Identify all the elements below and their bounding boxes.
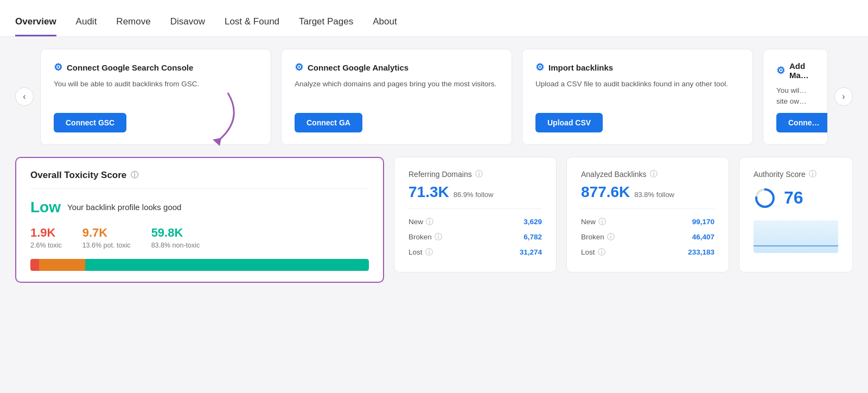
card-title-add: ⚙ Add Ma… — [776, 61, 814, 80]
card-btn-ga[interactable]: Connect GA — [295, 113, 362, 132]
ref-row-info-new[interactable]: ⓘ — [426, 217, 433, 227]
bottom-row: Overall Toxicity Score ⓘ Low Your backli… — [15, 157, 853, 283]
nav-item-disavow[interactable]: Disavow — [170, 16, 205, 36]
stat-label-green: 83.8% non-toxic — [151, 242, 200, 249]
card-title-gsc: ⚙ Connect Google Search Console — [54, 61, 258, 73]
ref-row-lost: Lost ⓘ 31,274 — [409, 245, 542, 260]
stat-group-red: 1.9K 2.6% toxic — [30, 226, 62, 249]
card-title-ga: ⚙ Connect Google Analytics — [295, 61, 499, 73]
toxicity-level: Low Your backlink profile looks good — [30, 199, 369, 216]
stat-value-orange: 9.7K — [82, 226, 131, 240]
toxicity-progress-bar — [30, 259, 369, 271]
card-desc-ga: Analyze which domains and pages bring yo… — [295, 79, 499, 107]
info-card-ga: ⚙ Connect Google Analytics Analyze which… — [281, 49, 512, 145]
bl-row-info-new[interactable]: ⓘ — [598, 217, 606, 227]
card-title-import: ⚙ Import backlinks — [535, 61, 739, 73]
bar-red — [30, 259, 39, 271]
nav-item-lost-found[interactable]: Lost & Found — [225, 16, 279, 36]
metrics-group: Referring Domains ⓘ 71.3K 86.9% follow N… — [394, 157, 853, 272]
bl-row-info-broken[interactable]: ⓘ — [607, 232, 615, 242]
nav-item-audit[interactable]: Audit — [76, 16, 97, 36]
nav-item-about[interactable]: About — [373, 16, 397, 36]
authority-score-card: Authority Score ⓘ 76 — [739, 157, 853, 272]
toxicity-title-text: Overall Toxicity Score — [30, 170, 126, 181]
toxicity-level-label: Low — [30, 199, 61, 216]
info-card-import: ⚙ Import backlinks Upload a CSV file to … — [522, 49, 753, 145]
gear-icon-gsc: ⚙ — [54, 61, 62, 73]
stat-label-orange: 13.6% pot. toxic — [82, 242, 131, 249]
navigation: OverviewAuditRemoveDisavowLost & FoundTa… — [0, 0, 868, 37]
carousel-prev-button[interactable]: ‹ — [15, 87, 34, 106]
toxicity-card: Overall Toxicity Score ⓘ Low Your backli… — [15, 157, 384, 283]
authority-score-title: Authority Score ⓘ — [754, 169, 838, 179]
analyzed-backlinks-card: Analyzed Backlinks ⓘ 877.6K 83.8% follow… — [566, 157, 729, 272]
card-btn-add[interactable]: Conne… — [776, 113, 828, 132]
toxicity-stats: 1.9K 2.6% toxic 9.7K 13.6% pot. toxic 59… — [30, 226, 369, 249]
authority-score-number: 76 — [784, 188, 803, 208]
nav-item-overview[interactable]: Overview — [15, 16, 56, 36]
referring-domains-title: Referring Domains ⓘ — [409, 169, 542, 179]
analyzed-backlinks-info-icon[interactable]: ⓘ — [650, 169, 658, 179]
card-desc-import: Upload a CSV file to audit backlinks fou… — [535, 79, 739, 107]
ref-row-info-broken[interactable]: ⓘ — [435, 232, 442, 242]
referring-domains-card: Referring Domains ⓘ 71.3K 86.9% follow N… — [394, 157, 557, 272]
card-desc-gsc: You will be able to audit backlinks from… — [54, 79, 258, 107]
analyzed-backlinks-value: 877.6K 83.8% follow — [581, 183, 714, 201]
bl-row-broken: Broken ⓘ 46,407 — [581, 230, 714, 245]
stat-group-orange: 9.7K 13.6% pot. toxic — [82, 226, 131, 249]
info-card-add: ⚙ Add Ma… You wil… site ow… Conne… — [763, 49, 828, 145]
gear-icon-ga: ⚙ — [295, 61, 303, 73]
authority-mini-chart — [754, 220, 838, 253]
main-content: ‹ ⚙ Connect Google Search Console You wi… — [0, 37, 868, 295]
carousel-next-button[interactable]: › — [834, 87, 853, 106]
toxicity-title: Overall Toxicity Score ⓘ — [30, 170, 369, 189]
authority-score-display: 76 — [754, 187, 838, 210]
ref-row-info-lost[interactable]: ⓘ — [425, 248, 433, 257]
gear-icon-import: ⚙ — [535, 61, 544, 73]
stat-value-green: 59.8K — [151, 226, 200, 240]
toxicity-info-icon[interactable]: ⓘ — [131, 170, 138, 180]
referring-domains-info-icon[interactable]: ⓘ — [475, 169, 483, 179]
bl-row-info-lost[interactable]: ⓘ — [598, 248, 605, 257]
authority-donut-chart — [754, 187, 776, 210]
nav-item-target-pages[interactable]: Target Pages — [299, 16, 353, 36]
ref-row-broken: Broken ⓘ 6,782 — [409, 230, 542, 245]
stat-label-red: 2.6% toxic — [30, 242, 62, 249]
bar-green — [85, 259, 369, 271]
bl-row-lost: Lost ⓘ 233,183 — [581, 245, 714, 260]
referring-domains-value: 71.3K 86.9% follow — [409, 183, 542, 201]
bl-row-new: New ⓘ 99,170 — [581, 214, 714, 230]
stat-group-green: 59.8K 83.8% non-toxic — [151, 226, 200, 249]
info-card-gsc: ⚙ Connect Google Search Console You will… — [40, 49, 271, 145]
nav-item-remove[interactable]: Remove — [116, 16, 150, 36]
cards-row: ‹ ⚙ Connect Google Search Console You wi… — [15, 49, 853, 145]
authority-chart-line — [754, 245, 838, 246]
ref-row-new: New ⓘ 3,629 — [409, 214, 542, 230]
stat-value-red: 1.9K — [30, 226, 62, 240]
gear-icon-add: ⚙ — [776, 65, 785, 77]
analyzed-backlinks-title: Analyzed Backlinks ⓘ — [581, 169, 714, 179]
bar-orange — [39, 259, 85, 271]
card-btn-gsc[interactable]: Connect GSC — [54, 113, 126, 132]
toxicity-desc: Your backlink profile looks good — [67, 202, 181, 212]
authority-score-info-icon[interactable]: ⓘ — [809, 169, 816, 179]
card-btn-import[interactable]: Upload CSV — [535, 113, 603, 132]
card-desc-add: You wil… site ow… — [776, 85, 814, 107]
cards-container: ⚙ Connect Google Search Console You will… — [40, 49, 828, 145]
